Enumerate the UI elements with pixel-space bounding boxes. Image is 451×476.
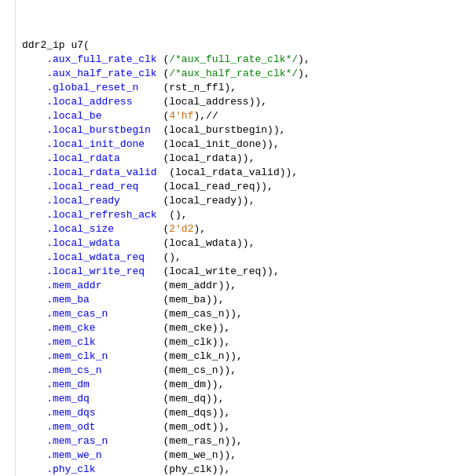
code-line: .mem_cke (mem_cke)), (22, 321, 448, 335)
code-line: .local_wdata_req (), (22, 251, 448, 265)
code-line: .mem_addr (mem_addr)), (22, 279, 448, 293)
code-line: .mem_ba (mem_ba)), (22, 293, 448, 307)
code-line: .mem_cas_n (mem_cas_n)), (22, 307, 448, 321)
code-container: ddr2_ip u7( .aux_full_rate_clk (/*aux_fu… (0, 0, 451, 476)
code-line: .global_reset_n (rst_n_ffl), (22, 81, 448, 95)
code-line: .local_burstbegin (local_burstbegin)), (22, 123, 448, 137)
code-line: .local_be (4'hf),// (22, 109, 448, 123)
code-line: .mem_odt (mem_odt)), (22, 420, 448, 434)
code-line: .local_size (2'd2), (22, 222, 448, 236)
code-line: .local_read_req (local_read_req)), (22, 180, 448, 194)
code-line-header: ddr2_ip u7( (22, 38, 448, 53)
code-line: .phy_clk (phy_clk)), (22, 463, 448, 476)
code-line: .mem_ras_n (mem_ras_n)), (22, 434, 448, 449)
code-line: .mem_dqs (mem_dqs)), (22, 406, 448, 420)
code-line: .mem_clk_n (mem_clk_n)), (22, 350, 448, 364)
code-area: ddr2_ip u7( .aux_full_rate_clk (/*aux_fu… (16, 0, 451, 476)
code-line: .aux_full_rate_clk (/*aux_full_rate_clk*… (22, 53, 448, 67)
code-line: .local_refresh_ack (), (22, 208, 448, 222)
code-line: .local_ready (local_ready)), (22, 194, 448, 208)
code-line: .local_wdata (local_wdata)), (22, 236, 448, 251)
code-line: .aux_half_rate_clk (/*aux_half_rate_clk*… (22, 67, 448, 81)
gutter (0, 0, 16, 476)
code-line: .local_address (local_address)), (22, 95, 448, 109)
code-line: .mem_clk (mem_clk)), (22, 335, 448, 350)
code-line: .local_write_req (local_write_req)), (22, 265, 448, 279)
code-line: .mem_cs_n (mem_cs_n)), (22, 364, 448, 378)
code-line: .mem_we_n (mem_we_n)), (22, 449, 448, 463)
code-line: .local_rdata (local_rdata)), (22, 152, 448, 166)
code-line: .mem_dq (mem_dq)), (22, 392, 448, 406)
code-line: .local_init_done (local_init_done)), (22, 137, 448, 152)
code-line: .mem_dm (mem_dm)), (22, 378, 448, 392)
code-line: .local_rdata_valid (local_rdata_valid)), (22, 166, 448, 180)
